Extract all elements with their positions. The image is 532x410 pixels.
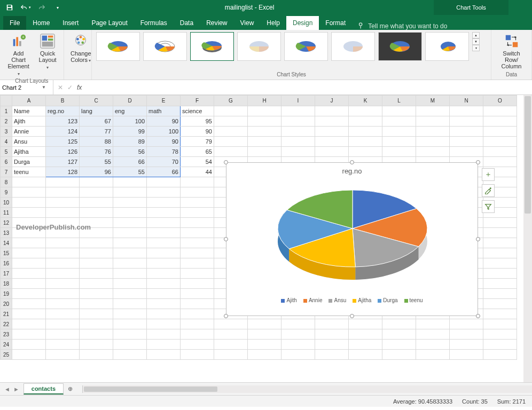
- cell-C24[interactable]: [80, 340, 113, 350]
- new-sheet-button[interactable]: ⊕: [64, 385, 77, 392]
- cell-O5[interactable]: [483, 147, 517, 157]
- cell-C11[interactable]: [80, 208, 113, 218]
- cell-D4[interactable]: 89: [113, 137, 147, 147]
- cell-L23[interactable]: [382, 329, 416, 340]
- cell-H22[interactable]: [248, 319, 281, 329]
- cell-A14[interactable]: [12, 238, 46, 248]
- cell-D12[interactable]: [113, 218, 147, 228]
- cell-B4[interactable]: 125: [46, 137, 80, 147]
- cell-O3[interactable]: [483, 127, 517, 137]
- cell-E3[interactable]: 100: [147, 127, 181, 137]
- cell-D16[interactable]: [113, 258, 147, 269]
- cell-A18[interactable]: [12, 279, 46, 289]
- cell-D2[interactable]: 100: [113, 116, 147, 127]
- tab-data[interactable]: Data: [174, 16, 200, 30]
- cell-O13[interactable]: [483, 228, 517, 238]
- cell-B15[interactable]: [46, 248, 80, 258]
- cell-F10[interactable]: [181, 198, 214, 208]
- chart-styles-button[interactable]: [482, 184, 495, 197]
- cell-G4[interactable]: [214, 137, 248, 147]
- cell-C1[interactable]: lang: [80, 106, 113, 116]
- cell-A11[interactable]: [12, 208, 46, 218]
- cell-C9[interactable]: [80, 187, 113, 198]
- cell-N23[interactable]: [450, 329, 483, 340]
- cell-K23[interactable]: [349, 329, 382, 340]
- cell-M25[interactable]: [416, 350, 450, 360]
- cell-O25[interactable]: [483, 350, 517, 360]
- cell-B11[interactable]: [46, 208, 80, 218]
- cell-B8[interactable]: [46, 177, 80, 187]
- cell-F7[interactable]: 44: [181, 167, 214, 177]
- cell-A1[interactable]: Name: [12, 106, 46, 116]
- cell-D3[interactable]: 99: [113, 127, 147, 137]
- cell-D15[interactable]: [113, 248, 147, 258]
- cell-G25[interactable]: [214, 350, 248, 360]
- resize-handle[interactable]: [350, 160, 354, 164]
- cell-F21[interactable]: [181, 309, 214, 319]
- cell-E13[interactable]: [147, 228, 181, 238]
- cell-F24[interactable]: [181, 340, 214, 350]
- row-header-22[interactable]: 22: [1, 319, 12, 329]
- cell-F18[interactable]: [181, 279, 214, 289]
- cell-B13[interactable]: [46, 228, 80, 238]
- cell-A22[interactable]: [12, 319, 46, 329]
- gallery-up-icon[interactable]: ▲: [472, 32, 480, 38]
- gallery-down-icon[interactable]: ▼: [472, 38, 480, 45]
- cell-B24[interactable]: [46, 340, 80, 350]
- cell-C19[interactable]: [80, 289, 113, 299]
- cell-A12[interactable]: [12, 218, 46, 228]
- cell-A15[interactable]: [12, 248, 46, 258]
- cell-E5[interactable]: 78: [147, 147, 181, 157]
- cell-O24[interactable]: [483, 340, 517, 350]
- cell-B7[interactable]: 128: [46, 167, 80, 177]
- cell-A24[interactable]: [12, 340, 46, 350]
- cell-B21[interactable]: [46, 309, 80, 319]
- cell-E24[interactable]: [147, 340, 181, 350]
- cell-I1[interactable]: [281, 106, 315, 116]
- cell-B18[interactable]: [46, 279, 80, 289]
- cell-C14[interactable]: [80, 238, 113, 248]
- cell-J5[interactable]: [315, 147, 349, 157]
- cell-C10[interactable]: [80, 198, 113, 208]
- cell-A16[interactable]: [12, 258, 46, 269]
- cell-O2[interactable]: [483, 116, 517, 127]
- cell-E10[interactable]: [147, 198, 181, 208]
- tab-page-layout[interactable]: Page Layout: [85, 16, 134, 30]
- chart-styles-gallery[interactable]: ▲ ▼ ▾: [96, 32, 487, 72]
- cell-E14[interactable]: [147, 238, 181, 248]
- legend-item[interactable]: Ajitha: [353, 297, 371, 303]
- cell-F11[interactable]: [181, 208, 214, 218]
- col-header-N[interactable]: N: [450, 96, 483, 106]
- embedded-chart[interactable]: reg.no AjithAnnieAnsuAjithaDurgateenu ＋: [226, 162, 478, 316]
- cell-O20[interactable]: [483, 299, 517, 309]
- cell-O14[interactable]: [483, 238, 517, 248]
- cell-D7[interactable]: 55: [113, 167, 147, 177]
- cell-N3[interactable]: [450, 127, 483, 137]
- row-header-8[interactable]: 8: [1, 177, 12, 187]
- cell-D24[interactable]: [113, 340, 147, 350]
- cell-L5[interactable]: [382, 147, 416, 157]
- cell-C22[interactable]: [80, 319, 113, 329]
- cell-E20[interactable]: [147, 299, 181, 309]
- tab-view[interactable]: View: [234, 16, 261, 30]
- col-header-B[interactable]: B: [46, 96, 80, 106]
- cell-O12[interactable]: [483, 218, 517, 228]
- cell-D8[interactable]: [113, 177, 147, 187]
- cell-F14[interactable]: [181, 238, 214, 248]
- chart-title[interactable]: reg.no: [226, 167, 478, 175]
- cell-F1[interactable]: science: [181, 106, 214, 116]
- row-header-18[interactable]: 18: [1, 279, 12, 289]
- cell-B14[interactable]: [46, 238, 80, 248]
- cell-D14[interactable]: [113, 238, 147, 248]
- cell-F16[interactable]: [181, 258, 214, 269]
- cell-F19[interactable]: [181, 289, 214, 299]
- cell-D10[interactable]: [113, 198, 147, 208]
- chart-style-4[interactable]: [237, 32, 281, 61]
- cell-A8[interactable]: [12, 177, 46, 187]
- resize-handle[interactable]: [476, 314, 480, 318]
- cell-J1[interactable]: [315, 106, 349, 116]
- cell-D11[interactable]: [113, 208, 147, 218]
- cell-K22[interactable]: [349, 319, 382, 329]
- cell-M1[interactable]: [416, 106, 450, 116]
- name-box-input[interactable]: [2, 84, 40, 91]
